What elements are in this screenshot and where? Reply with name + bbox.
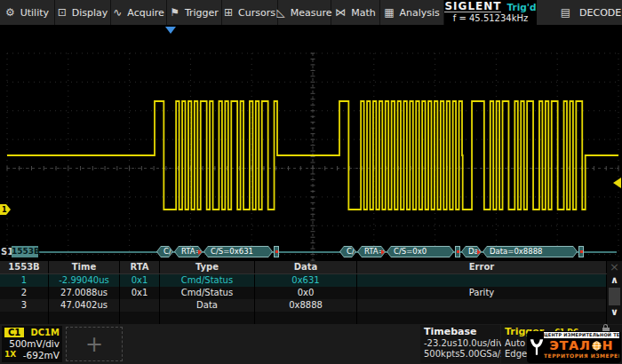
menu-item-cursors[interactable]: ⊞Cursors (222, 0, 278, 25)
menu-item-label: Math (351, 7, 376, 19)
table-cell: -2.99040us (49, 274, 120, 287)
menu-item-label: Cursors (238, 7, 275, 19)
menu-item-trigger[interactable]: ⚑Trigger (167, 0, 222, 25)
scrollbar-thumb[interactable] (609, 288, 620, 305)
flag-icon: ⚑ (170, 7, 179, 18)
table-header-cell: RTA (120, 261, 160, 273)
decode-bubble: Data (461, 246, 482, 257)
table-header-cell: 1553B (0, 261, 49, 273)
decode-bubble: C/S=0x0 (387, 246, 454, 257)
crosshair-icon: ⊞ (224, 7, 233, 18)
table-row[interactable]: 347.0402usData0x8888 (0, 299, 607, 312)
menu-item-acquire[interactable]: ∿Acquire (111, 0, 167, 25)
table-header-cell: Type (160, 261, 255, 273)
close-icon[interactable]: × (610, 261, 619, 274)
table-cell (0, 312, 49, 324)
channel-scale: 500mV/div (4, 338, 60, 349)
brand-logo: SIGLENT (444, 1, 501, 12)
decode-frame-end-marker (274, 246, 279, 257)
menu-item-decode[interactable]: ▤ DECODE (537, 0, 622, 25)
decode-frame-end-marker (578, 246, 584, 257)
truncation-icon (381, 249, 385, 255)
table-header-row: 1553BTimeRTATypeDataError (0, 261, 607, 274)
chart-icon: ▦ (384, 7, 394, 18)
table-cell (120, 299, 160, 312)
waveform-icon: ∿ (113, 7, 122, 18)
scroll-down-icon[interactable]: ∨ (610, 306, 618, 320)
menu-item-label: Measure (291, 7, 332, 19)
menu-item-label: Trigger (185, 7, 219, 19)
waveform-display-area: 1 S1 1553B C/SRTA=0xC/S=0x631C/SRTA=0xC/… (0, 25, 622, 261)
channel-coupling: DC1M (30, 328, 60, 337)
table-cell: 1 (0, 274, 49, 287)
timebase-delay: -23.2us (424, 338, 457, 348)
trigger-position-marker[interactable] (165, 27, 176, 34)
table-cell: 2 (0, 287, 49, 299)
decode-bubble-label: C/S=0x0 (387, 247, 453, 257)
table-cell (255, 312, 357, 324)
table-cell (160, 312, 255, 324)
watermark-bottom-text: ТЕРРИТОРИЯ ИЗМЕРЕНИЙ (544, 352, 619, 360)
table-row[interactable] (0, 312, 607, 324)
table-cell: 27.0088us (49, 287, 120, 299)
timebase-descriptor[interactable]: Timebase -23.2us 10.0us/div 500kpts 5.00… (420, 325, 500, 363)
status-bar: C1 DC1M 500mV/div 1X -692mV + Timebase -… (0, 324, 622, 364)
timebase-title: Timebase (424, 326, 497, 337)
menu-item-measure[interactable]: ◺Measure (278, 0, 331, 25)
trigger-level-marker[interactable] (613, 178, 621, 188)
gear-icon: ⚙ (5, 7, 15, 18)
table-header-cell: Data (255, 261, 357, 273)
menu-item-label: Display (72, 7, 108, 19)
bus-protocol-badge[interactable]: 1553B (12, 246, 38, 257)
decode-bubble-label: Data=0x8888 (483, 247, 577, 257)
oscilloscope-screen: ⚙Utility⊡Display∿Acquire⚑Trigger⊞Cursors… (0, 0, 622, 364)
table-cell (357, 312, 607, 324)
ruler-icon: ◺ (277, 7, 285, 18)
add-channel-button[interactable]: + (66, 327, 123, 361)
menu-item-utility[interactable]: ⚙Utility (0, 0, 55, 25)
menu-item-label: Utility (20, 7, 49, 19)
table-cell: 0x8888 (255, 299, 357, 312)
decode-result-table: 1553BTimeRTATypeDataError1-2.99040us0x1C… (0, 261, 607, 324)
table-cell (357, 299, 607, 312)
channel-1-descriptor[interactable]: C1 DC1M 500mV/div 1X -692mV (2, 326, 62, 362)
monitor-icon: ⊡ (58, 7, 67, 18)
table-header-cell: Time (49, 261, 120, 273)
brand-block: SIGLENT Trig'd f = 45.51234kHz (444, 0, 537, 25)
table-cell (357, 274, 607, 287)
watermark-main-right: Н (602, 338, 614, 352)
menu-item-label: DECODE (579, 7, 621, 19)
table-cell: 0x1 (120, 287, 160, 299)
table-cell: 3 (0, 299, 49, 312)
table-cell: 47.0402us (49, 299, 120, 312)
decode-bus-row: S1 1553B C/SRTA=0xC/S=0x631C/SRTA=0xC/S=… (0, 246, 622, 260)
timebase-points: 500kpts (424, 349, 459, 359)
decode-bubble: RTA=0x (174, 246, 203, 257)
decode-bubble-label: C/S=0x631 (204, 247, 272, 257)
truncation-icon (198, 249, 202, 255)
menu-bar: ⚙Utility⊡Display∿Acquire⚑Trigger⊞Cursors… (0, 0, 622, 25)
decode-bubble: C/S (339, 246, 356, 257)
menu-item-math[interactable]: ⋈Math (331, 0, 380, 25)
table-row[interactable]: 227.0088us0x1Cmd/Status0x0Parity (0, 287, 607, 299)
menu-item-label: Analysis (400, 7, 440, 19)
vendor-watermark: ЦЕНТР ИЗМЕРИТЕЛЬНОЙ ТЕХНИКИ ЭТАЛ Н ТЕРРИ… (527, 331, 621, 363)
scroll-up-icon[interactable]: ∧ (610, 274, 618, 288)
globe-icon (592, 341, 602, 351)
table-cell: 0x631 (255, 274, 357, 287)
decode-bubble: C/S=0x631 (203, 246, 273, 257)
decode-bubble: RTA=0x (357, 246, 386, 257)
etalon-logo-icon (529, 332, 544, 362)
table-header-cell: Error (357, 261, 607, 273)
decode-bubble: C/S (156, 246, 173, 257)
table-row[interactable]: 1-2.99040us0x1Cmd/Status0x631 (0, 274, 607, 287)
list-icon: ▤ (561, 7, 570, 18)
table-cell (49, 312, 120, 324)
table-cell: Cmd/Status (160, 274, 255, 287)
menu-item-display[interactable]: ⊡Display (55, 0, 111, 25)
channel-number-label: 1 (2, 206, 7, 214)
menu-item-analysis[interactable]: ▦Analysis (380, 0, 444, 25)
probe-attenuation: 1X (4, 350, 16, 360)
sample-rate: 5.00GSa/s (459, 349, 505, 359)
watermark-top-text: ЦЕНТР ИЗМЕРИТЕЛЬНОЙ ТЕХНИКИ (544, 332, 619, 338)
